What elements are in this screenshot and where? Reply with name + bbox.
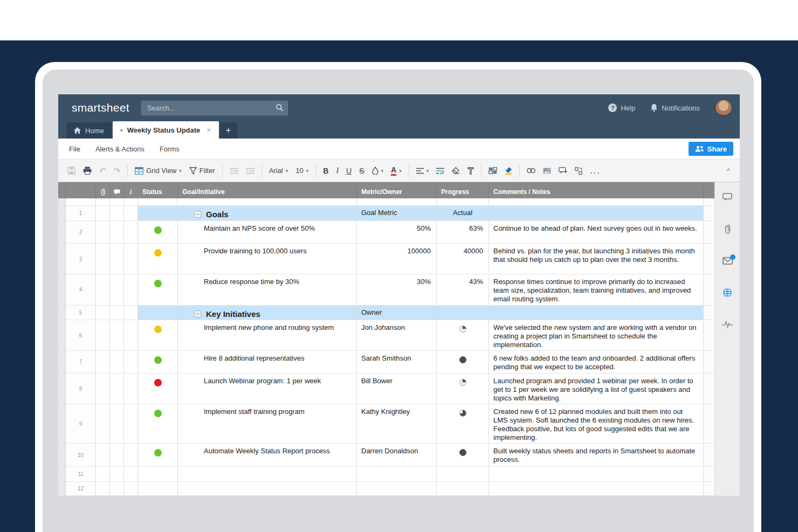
section-title-cell[interactable]: −Key Initiatives (178, 306, 357, 320)
progress-cell[interactable] (437, 482, 489, 495)
new-tab-button[interactable]: + (220, 122, 237, 139)
header-comment-column[interactable] (110, 182, 124, 198)
activity-log-button[interactable] (722, 321, 733, 330)
attachment-cell[interactable] (96, 221, 110, 243)
info-cell[interactable] (124, 198, 138, 205)
publish-button[interactable] (723, 288, 732, 299)
table-row[interactable] (58, 198, 714, 206)
progress-cell[interactable] (437, 374, 489, 404)
tab-close-icon[interactable]: × (207, 126, 211, 134)
info-cell[interactable] (124, 320, 138, 350)
goal-cell[interactable] (178, 467, 357, 481)
goal-cell[interactable]: Provide training to 100,000 users (178, 244, 357, 274)
row-number[interactable]: 3 (66, 244, 96, 274)
table-row[interactable]: 2Maintain an NPS score of over 50%50%63%… (58, 221, 714, 244)
info-cell[interactable] (124, 444, 138, 466)
status-cell[interactable] (138, 221, 178, 243)
table-row[interactable]: 4Reduce response time by 30%30%43%Respon… (58, 274, 714, 306)
progress-cell[interactable]: Actual (437, 206, 489, 220)
comments-cell[interactable]: Built weekly status sheets and reports i… (489, 444, 704, 466)
comments-cell[interactable]: We've selected the new system and are wo… (489, 320, 704, 350)
collapse-section-icon[interactable]: − (194, 211, 201, 218)
info-cell[interactable] (124, 306, 138, 320)
notifications-button[interactable]: Notifications (650, 103, 700, 112)
row-drag-handle[interactable] (58, 274, 66, 305)
section-row[interactable]: 5−Key InitiativesOwner (58, 306, 714, 320)
header-row-number[interactable] (66, 182, 96, 198)
save-button[interactable] (64, 163, 79, 178)
row-number[interactable]: 2 (66, 221, 96, 243)
comments-cell[interactable]: Behind vs. plan for the year, but launch… (489, 244, 704, 274)
insert-comment-button[interactable] (555, 163, 571, 178)
attachments-panel-button[interactable] (725, 224, 731, 236)
comment-cell[interactable] (110, 221, 124, 243)
more-tools-button[interactable]: ... (586, 163, 604, 178)
tab-menu-caret-icon[interactable]: ▾ (120, 127, 123, 133)
status-cell[interactable] (138, 320, 178, 350)
goal-cell[interactable] (178, 482, 357, 495)
section-title-cell[interactable]: −Goals (178, 206, 357, 220)
collapse-section-icon[interactable]: − (194, 310, 201, 317)
format-painter-button[interactable] (464, 163, 478, 178)
undo-button[interactable]: ↶ (95, 163, 110, 178)
search-input[interactable] (141, 101, 288, 115)
menu-alerts-actions[interactable]: Alerts & Actions (95, 145, 145, 153)
row-drag-handle[interactable] (58, 351, 66, 373)
user-avatar[interactable] (715, 99, 732, 116)
merge-cells-button[interactable] (485, 163, 501, 178)
row-number[interactable]: 5 (66, 306, 96, 320)
align-button[interactable]: ▾ (412, 163, 433, 178)
attachment-cell[interactable] (96, 206, 110, 220)
row-number[interactable]: 9 (66, 404, 96, 443)
info-cell[interactable] (124, 351, 138, 373)
row-drag-handle[interactable] (58, 467, 66, 481)
goal-cell[interactable]: Maintain an NPS score of over 50% (178, 221, 357, 243)
progress-cell[interactable] (437, 351, 489, 373)
cell-linking-button[interactable] (571, 163, 586, 178)
row-drag-handle[interactable] (58, 374, 66, 404)
goal-cell[interactable]: Implement new phone and routing system (178, 320, 357, 350)
comments-cell[interactable]: Launched program and provided 1 webinar … (489, 374, 704, 404)
column-header-comments[interactable]: Comments / Notes (489, 182, 704, 198)
info-cell[interactable] (124, 482, 138, 495)
comment-cell[interactable] (110, 244, 124, 274)
attachment-cell[interactable] (96, 444, 110, 466)
comment-cell[interactable] (110, 374, 124, 404)
row-number[interactable]: 1 (66, 206, 96, 220)
share-button[interactable]: Share (689, 142, 733, 156)
table-row[interactable]: 11 (58, 467, 714, 482)
status-cell[interactable] (138, 198, 178, 205)
help-button[interactable]: ? Help (608, 103, 635, 112)
row-number[interactable]: 12 (66, 482, 96, 495)
attachment-cell[interactable] (96, 482, 110, 495)
comments-cell[interactable] (489, 306, 704, 320)
row-drag-handle[interactable] (58, 206, 66, 220)
status-cell[interactable] (138, 244, 178, 274)
wrap-text-button[interactable] (432, 163, 448, 178)
comments-cell[interactable]: Continue to be ahead of plan. Next surve… (489, 221, 704, 243)
row-drag-handle[interactable] (58, 404, 66, 443)
indent-button[interactable] (242, 163, 258, 178)
table-row[interactable]: 8Launch Webinar program: 1 per weekBill … (58, 374, 714, 404)
metric-owner-cell[interactable]: Jon Johanson (357, 320, 437, 350)
row-number[interactable]: 10 (66, 444, 96, 466)
row-drag-handle[interactable] (58, 198, 66, 205)
attachment-cell[interactable] (96, 467, 110, 481)
status-cell[interactable] (138, 404, 178, 443)
hyperlink-button[interactable] (523, 163, 539, 178)
comments-cell[interactable] (489, 482, 704, 495)
column-header-goal[interactable]: Goal/Initiative (178, 182, 357, 198)
attachment-cell[interactable] (96, 320, 110, 350)
comment-cell[interactable] (110, 467, 124, 481)
progress-cell[interactable] (437, 320, 489, 350)
tab-home[interactable]: Home (66, 122, 112, 139)
progress-cell[interactable] (437, 198, 489, 205)
row-number[interactable]: 8 (66, 374, 96, 404)
row-number[interactable]: 4 (66, 274, 96, 305)
attachment-cell[interactable] (96, 244, 110, 274)
row-number[interactable] (66, 198, 96, 205)
row-drag-handle[interactable] (58, 444, 66, 466)
comment-cell[interactable] (110, 320, 124, 350)
comments-cell[interactable]: 6 new folks added to the team and onboar… (489, 351, 704, 373)
status-cell[interactable] (138, 206, 178, 220)
